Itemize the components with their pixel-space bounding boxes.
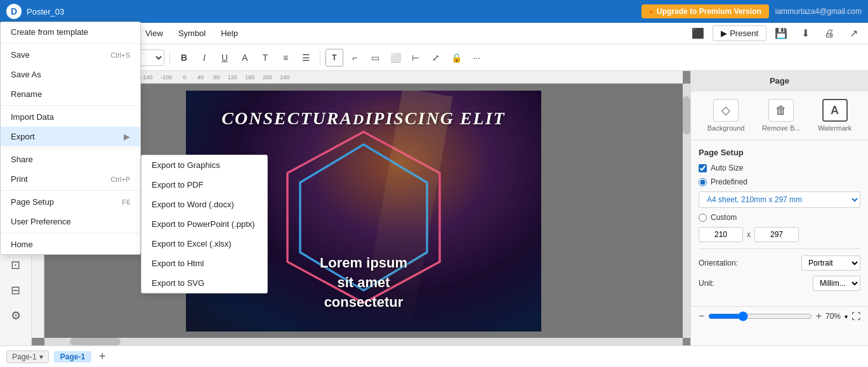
add-page-button[interactable]: +: [99, 350, 106, 363]
export-excel[interactable]: Export to Excel (.xlsx): [141, 234, 267, 254]
menu-save-as-label: Save As: [11, 70, 41, 79]
vertical-scrollbar[interactable]: [683, 84, 690, 338]
auto-size-row: Auto Size: [699, 164, 860, 172]
custom-text: Custom: [711, 213, 737, 222]
panel-title: Page: [691, 71, 868, 91]
custom-label[interactable]: Custom: [699, 213, 737, 222]
text-box-button[interactable]: T: [326, 49, 343, 67]
menu-page-setup[interactable]: Page Setup F6: [1, 192, 140, 212]
layer-button[interactable]: ⬜: [386, 49, 404, 67]
unit-select[interactable]: Millim... Inches Pixels: [813, 276, 860, 291]
predefined-select[interactable]: A4 sheet, 210mm x 297 mm: [699, 191, 860, 208]
menu-create-template-label: Create from template: [11, 27, 88, 37]
italic-button[interactable]: I: [195, 49, 213, 67]
width-input[interactable]: [699, 227, 743, 242]
menu-import-data[interactable]: Import Data: [1, 107, 140, 127]
dropdown-sep-4: [1, 190, 140, 191]
menu-import-data-label: Import Data: [11, 112, 54, 122]
menu-save-as[interactable]: Save As: [1, 65, 140, 84]
menu-save-shortcut: Ctrl+S: [110, 51, 130, 59]
title-bar-left: D Poster_03: [6, 4, 64, 19]
zoom-minus-icon[interactable]: −: [699, 311, 704, 322]
share-icon[interactable]: ↗: [844, 24, 863, 43]
unit-label: Unit:: [699, 279, 714, 288]
page-setup-title: Page Setup: [699, 148, 860, 157]
more-button[interactable]: ···: [468, 49, 485, 67]
fullscreen-icon[interactable]: ⛶: [852, 311, 860, 321]
lock-button[interactable]: 🔒: [447, 49, 465, 67]
download-icon[interactable]: ⬇: [796, 24, 815, 43]
zoom-chevron-icon[interactable]: ▾: [845, 313, 848, 320]
paragraph-button[interactable]: ☰: [297, 49, 315, 67]
zoom-bar: − + 70% ▾ ⛶: [691, 306, 868, 326]
underline-button[interactable]: U: [216, 49, 233, 67]
zoom-slider[interactable]: [708, 311, 812, 321]
watermark-icon-item[interactable]: A Watermark: [818, 99, 852, 132]
dimensions-x: x: [747, 230, 751, 239]
menu-user-pref-label: User Preference: [11, 217, 71, 226]
file-menu-dropdown: Create from template Save Ctrl+S Save As…: [0, 22, 141, 255]
upgrade-button[interactable]: Upgrade to Premium Version: [641, 4, 769, 18]
text-style-button[interactable]: T: [256, 49, 274, 67]
menu-share[interactable]: Share: [1, 150, 140, 169]
menu-item-view[interactable]: View: [139, 26, 169, 41]
menu-print-shortcut: Ctrl+P: [110, 176, 130, 183]
align-center-button[interactable]: ≡: [277, 49, 294, 67]
page-tab-chevron-icon: ▾: [39, 352, 43, 361]
menu-save[interactable]: Save Ctrl+S: [1, 45, 140, 65]
save-icon[interactable]: 💾: [772, 24, 791, 43]
menu-user-pref[interactable]: User Preference: [1, 212, 140, 231]
page-tab[interactable]: Page-1 ▾: [6, 351, 49, 363]
export-graphics[interactable]: Export to Graphics: [141, 155, 267, 175]
menu-rename[interactable]: Rename: [1, 84, 140, 104]
stack-button[interactable]: ▭: [366, 49, 384, 67]
font-color-button[interactable]: A: [236, 49, 254, 67]
menu-export-label: Export: [11, 132, 35, 141]
dropdown-sep-3: [1, 148, 140, 148]
zoom-value[interactable]: 70%: [825, 312, 841, 321]
menu-share-label: Share: [11, 155, 33, 164]
remove-bg-icon-item[interactable]: 🗑 Remove B...: [762, 99, 801, 132]
export-html[interactable]: Export to Html: [141, 254, 267, 273]
export-pptx[interactable]: Export to PowerPoint (.pptx): [141, 214, 267, 234]
predefined-label[interactable]: Predefined: [699, 177, 747, 186]
background-icon-item[interactable]: ◇ Background: [707, 99, 745, 132]
menu-item-help[interactable]: Help: [214, 26, 244, 41]
predefined-radio[interactable]: [699, 178, 707, 186]
horizontal-scrollbar[interactable]: [44, 338, 683, 345]
orientation-select[interactable]: Portrait Landscape: [801, 255, 860, 271]
align-button[interactable]: ⊢: [407, 49, 424, 67]
print-icon[interactable]: 🖨: [820, 24, 839, 43]
auto-size-label[interactable]: Auto Size: [699, 164, 743, 172]
menu-export-arrow-icon: ▶: [124, 132, 130, 141]
menu-home[interactable]: Home: [1, 235, 140, 254]
crop-button[interactable]: ⌐: [346, 49, 364, 67]
panel-icons-row: ◇ Background 🗑 Remove B... A Watermark: [691, 91, 868, 140]
export-svg[interactable]: Export to SVG: [141, 273, 267, 293]
menu-item-symbol[interactable]: Symbol: [172, 26, 212, 41]
screen-icon[interactable]: ⬛: [688, 24, 707, 43]
page-name-active[interactable]: Page-1: [54, 351, 91, 363]
present-button[interactable]: ▶ Present: [713, 25, 766, 41]
sidebar-settings-icon[interactable]: ⚙: [4, 304, 27, 327]
page-tab-label: Page-1: [12, 352, 37, 361]
status-bar: Page-1 ▾ Page-1 +: [0, 345, 868, 367]
panel-divider-1: [699, 248, 860, 249]
resize-button[interactable]: ⤢: [427, 49, 445, 67]
menu-export[interactable]: Export ▶: [1, 127, 140, 146]
export-word[interactable]: Export to Word (.docx): [141, 195, 267, 214]
sidebar-group-icon[interactable]: ⊡: [4, 254, 27, 276]
custom-radio[interactable]: [699, 214, 707, 222]
orientation-label: Orientation:: [699, 259, 738, 267]
menu-print[interactable]: Print Ctrl+P: [1, 169, 140, 189]
zoom-plus-icon[interactable]: +: [816, 311, 822, 322]
bold-button[interactable]: B: [175, 49, 193, 67]
remove-bg-label: Remove B...: [762, 124, 801, 132]
title-bar-right: Upgrade to Premium Version iammurtaza4@g…: [641, 4, 862, 18]
export-pdf[interactable]: Export to PDF: [141, 175, 267, 195]
toolbar-separator-2: [169, 51, 170, 65]
auto-size-checkbox[interactable]: [699, 164, 707, 172]
height-input[interactable]: [754, 227, 799, 242]
sidebar-grid2-icon[interactable]: ⊟: [4, 279, 27, 302]
menu-create-template[interactable]: Create from template: [1, 22, 140, 42]
